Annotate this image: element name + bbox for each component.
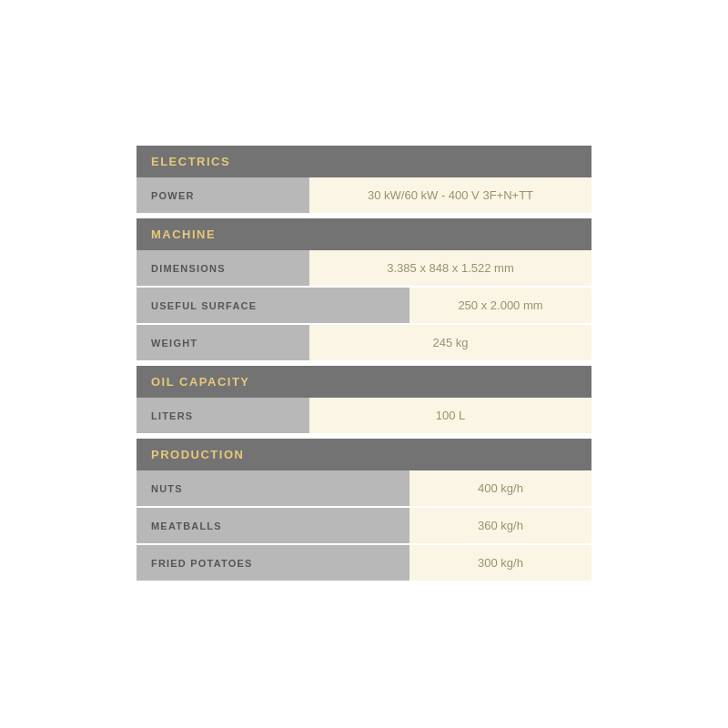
spec-value: 100 L (309, 398, 592, 433)
spec-label: POWER (136, 177, 309, 213)
section-header-electrics: ELECTRICS (136, 146, 592, 177)
spec-row: FRIED POTATOES300 kg/h (136, 545, 592, 581)
spec-label: WEIGHT (136, 325, 309, 360)
spec-row: WEIGHT245 kg (136, 325, 592, 360)
spec-label: FRIED POTATOES (136, 545, 410, 581)
spec-value: 250 x 2.000 mm (410, 288, 592, 323)
spec-label: USEFUL SURFACE (136, 288, 410, 323)
spec-value: 360 kg/h (410, 508, 592, 543)
spec-value: 30 kW/60 kW - 400 V 3F+N+TT (309, 177, 592, 213)
spec-row: LITERS100 L (136, 398, 592, 433)
section-header-oil-capacity: OIL CAPACITY (136, 366, 592, 398)
spec-label: DIMENSIONS (136, 250, 309, 286)
section-header-machine: MACHINE (136, 218, 592, 250)
spec-label: MEATBALLS (136, 508, 410, 543)
section-header-production: PRODUCTION (136, 439, 592, 470)
specs-table: ELECTRICSPOWER30 kW/60 kW - 400 V 3F+N+T… (136, 146, 592, 582)
spec-label: NUTS (136, 470, 410, 506)
spec-value: 3.385 x 848 x 1.522 mm (309, 250, 592, 286)
spec-value: 400 kg/h (410, 470, 592, 506)
spec-row: DIMENSIONS3.385 x 848 x 1.522 mm (136, 250, 592, 286)
spec-label: LITERS (136, 398, 309, 433)
spec-row: NUTS400 kg/h (136, 470, 592, 506)
spec-value: 245 kg (309, 325, 592, 360)
spec-row: MEATBALLS360 kg/h (136, 508, 592, 543)
spec-row: USEFUL SURFACE250 x 2.000 mm (136, 288, 592, 323)
spec-value: 300 kg/h (410, 545, 592, 581)
spec-row: POWER30 kW/60 kW - 400 V 3F+N+TT (136, 177, 592, 213)
